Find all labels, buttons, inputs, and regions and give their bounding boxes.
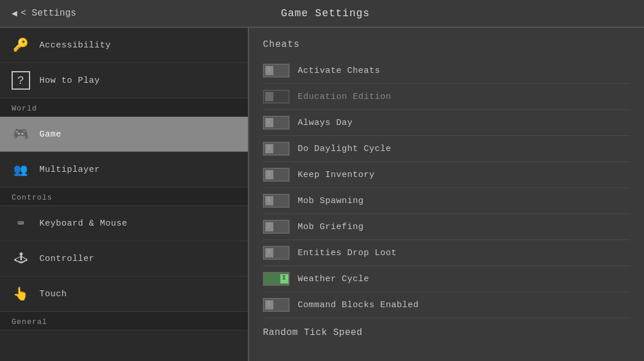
page-title: Game Settings	[281, 8, 369, 19]
content-panel: Cheats Activate Cheats Education Edition…	[249, 28, 644, 361]
toggle-activate-cheats[interactable]	[263, 64, 290, 78]
back-arrow-icon: ◀	[12, 8, 17, 19]
toggle-command-blocks-enabled[interactable]	[263, 298, 290, 312]
cheats-section-title: Cheats	[263, 39, 630, 50]
label-command-blocks-enabled: Command Blocks Enabled	[298, 300, 630, 310]
label-keep-inventory: Keep Inventory	[298, 170, 630, 180]
setting-row-mob-griefing: Mob Griefing	[263, 214, 630, 240]
sidebar-label-touch: Touch	[39, 289, 67, 299]
setting-row-weather-cycle: Weather Cycle	[263, 266, 630, 292]
toggle-always-day[interactable]	[263, 116, 290, 130]
label-education-edition: Education Edition	[298, 92, 630, 102]
sidebar: 🔑 Accessibility ? How to Play World 🎮 Ga…	[0, 28, 249, 361]
label-always-day: Always Day	[298, 118, 630, 128]
toggle-entities-drop-loot[interactable]	[263, 246, 290, 260]
section-label-world: World	[0, 98, 248, 117]
section-label-controls: Controls	[0, 187, 248, 206]
sidebar-label-game: Game	[39, 130, 61, 139]
toggle-mob-spawning[interactable]	[263, 194, 290, 208]
label-weather-cycle: Weather Cycle	[298, 274, 630, 284]
gamepad-icon: 🎮	[12, 125, 30, 143]
random-tick-speed-label: Random Tick Speed	[263, 327, 630, 338]
setting-row-mob-spawning: Mob Spawning	[263, 188, 630, 214]
sidebar-item-touch[interactable]: 👆 Touch	[0, 277, 248, 312]
toggle-keep-inventory[interactable]	[263, 168, 290, 182]
sidebar-label-accessibility: Accessibility	[39, 40, 111, 50]
label-do-daylight-cycle: Do Daylight Cycle	[298, 144, 630, 154]
label-activate-cheats: Activate Cheats	[298, 66, 630, 76]
back-button[interactable]: ◀ < Settings	[12, 8, 76, 19]
main-content: 🔑 Accessibility ? How to Play World 🎮 Ga…	[0, 28, 644, 361]
toggle-weather-cycle[interactable]	[263, 272, 290, 286]
controller-icon: 🕹	[12, 249, 30, 268]
toggle-education-edition[interactable]	[263, 90, 290, 104]
sidebar-label-keyboard-mouse: Keyboard & Mouse	[39, 219, 127, 229]
sidebar-item-keyboard-mouse[interactable]: ⌨ Keyboard & Mouse	[0, 206, 248, 241]
toggle-mob-griefing[interactable]	[263, 220, 290, 234]
keyboard-icon: ⌨	[12, 214, 30, 233]
toggle-do-daylight-cycle[interactable]	[263, 142, 290, 156]
setting-row-do-daylight-cycle: Do Daylight Cycle	[263, 136, 630, 162]
question-icon: ?	[12, 71, 30, 90]
sidebar-item-accessibility[interactable]: 🔑 Accessibility	[0, 28, 248, 63]
setting-row-education-edition: Education Edition	[263, 84, 630, 110]
label-mob-spawning: Mob Spawning	[298, 196, 630, 206]
section-label-general: General	[0, 312, 248, 330]
sidebar-label-how-to-play: How to Play	[39, 76, 100, 86]
sidebar-label-controller: Controller	[39, 254, 94, 264]
setting-row-command-blocks-enabled: Command Blocks Enabled	[263, 292, 630, 318]
setting-row-entities-drop-loot: Entities Drop Loot	[263, 240, 630, 266]
sidebar-item-game[interactable]: 🎮 Game	[0, 117, 248, 152]
sidebar-item-controller[interactable]: 🕹 Controller	[0, 241, 248, 277]
back-label: < Settings	[21, 8, 76, 19]
sidebar-item-multiplayer[interactable]: 👥 Multiplayer	[0, 152, 248, 187]
setting-row-activate-cheats: Activate Cheats	[263, 58, 630, 84]
sidebar-label-multiplayer: Multiplayer	[39, 165, 100, 175]
header: ◀ < Settings Game Settings	[0, 0, 644, 28]
label-mob-griefing: Mob Griefing	[298, 222, 630, 232]
setting-row-keep-inventory: Keep Inventory	[263, 162, 630, 188]
setting-row-always-day: Always Day	[263, 110, 630, 136]
label-entities-drop-loot: Entities Drop Loot	[298, 248, 630, 258]
sidebar-item-how-to-play[interactable]: ? How to Play	[0, 63, 248, 98]
touch-icon: 👆	[12, 285, 30, 303]
multiplayer-icon: 👥	[12, 160, 30, 179]
key-icon: 🔑	[12, 36, 30, 54]
